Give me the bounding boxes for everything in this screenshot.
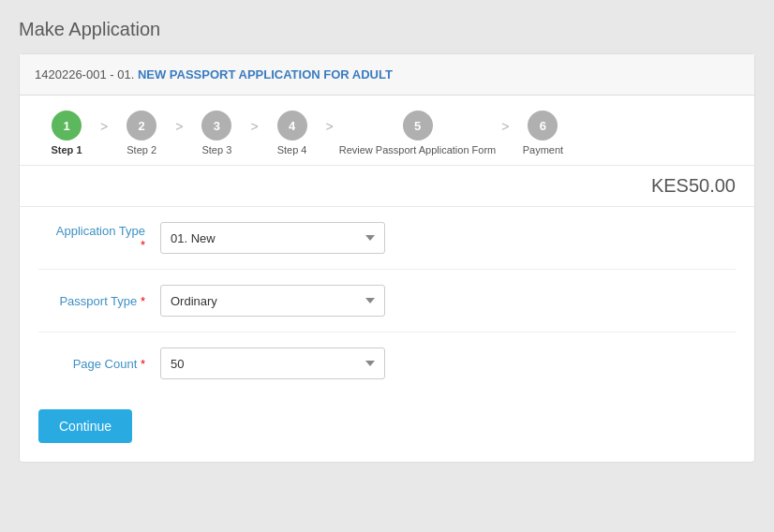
continue-button[interactable]: Continue [38,409,132,443]
step-2-circle: 2 [127,111,156,140]
step-3: 3 Step 3 [188,111,245,155]
step-3-label: Step 3 [201,144,231,155]
step-1-label: Step 1 [51,144,82,155]
application-type-label: Application Type [56,224,145,238]
step-4: 4 Step 4 [264,111,320,155]
arrow-4: > [320,119,339,147]
application-type-label-group: Application Type * [38,224,160,252]
step-3-circle: 3 [201,111,231,140]
application-id: 1420226-001 - 01. [35,67,134,81]
application-type-select[interactable]: 01. New 02. Renewal 03. Replacement [160,222,385,254]
price-bar: KES50.00 [20,166,754,207]
price-amount: KES50.00 [651,175,736,197]
step-6-label: Payment [523,144,563,155]
step-5-label: Review Passport Application Form [339,144,497,155]
page-count-row: Page Count * 32 50 [38,332,736,394]
arrow-5: > [496,119,514,147]
passport-type-label: Passport Type [59,294,137,308]
passport-type-required: * [141,294,145,308]
passport-type-label-group: Passport Type * [38,294,160,308]
arrow-1: > [95,119,113,147]
application-type-row: Application Type * 01. New 02. Renewal 0… [38,207,736,270]
arrow-2: > [170,119,188,147]
arrow-3: > [245,119,263,147]
passport-type-row: Passport Type * Ordinary Official Diplom… [38,270,736,332]
passport-type-select[interactable]: Ordinary Official Diplomatic [160,285,385,317]
form-section: Application Type * 01. New 02. Renewal 0… [20,207,754,394]
step-5-circle: 5 [403,111,433,140]
page-count-label-group: Page Count * [38,357,160,371]
card-header: 1420226-001 - 01. NEW PASSPORT APPLICATI… [20,54,754,96]
step-2-label: Step 2 [127,144,156,155]
page-count-label: Page Count [73,357,138,371]
application-type-required: * [141,238,145,252]
step-2: 2 Step 2 [113,111,170,155]
page-title: Make Application [19,19,755,40]
main-card: 1420226-001 - 01. NEW PASSPORT APPLICATI… [19,53,755,463]
stepper: 1 Step 1 > 2 Step 2 > 3 Step 3 > 4 Step … [20,96,754,166]
step-5: 5 Review Passport Application Form [339,111,497,155]
continue-section: Continue [20,394,754,462]
application-name: NEW PASSPORT APPLICATION FOR ADULT [138,67,393,81]
step-6-circle: 6 [528,111,558,140]
page-count-select[interactable]: 32 50 [160,347,385,379]
step-4-circle: 4 [277,111,307,140]
step-6: 6 Payment [514,111,571,155]
step-4-label: Step 4 [277,144,307,155]
step-1-circle: 1 [52,111,82,140]
step-1: 1 Step 1 [38,111,95,155]
page-count-required: * [141,357,145,371]
